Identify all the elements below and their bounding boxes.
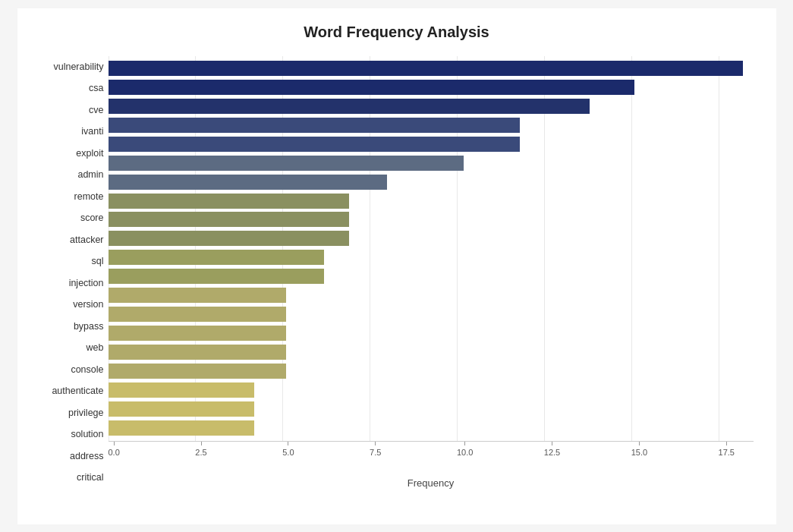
bar xyxy=(109,212,349,227)
bar xyxy=(109,420,255,436)
bar-row xyxy=(109,306,754,323)
bar xyxy=(109,288,286,303)
x-tick: 5.0 xyxy=(282,442,294,457)
bar-row xyxy=(109,249,754,266)
y-label: remote xyxy=(40,187,109,206)
bar-row xyxy=(109,401,754,417)
x-tick-label: 5.0 xyxy=(282,448,294,457)
bar-row xyxy=(109,268,754,285)
x-tick-label: 7.5 xyxy=(370,448,381,457)
y-label: score xyxy=(40,208,109,228)
chart-area: vulnerabilitycsacveivantiexploitadminrem… xyxy=(40,56,754,489)
y-label: ivanti xyxy=(40,121,109,141)
y-label: sql xyxy=(40,251,109,271)
x-tick-line xyxy=(639,442,640,445)
bar-row xyxy=(109,344,754,360)
bars-and-xaxis: 0.02.55.07.510.012.515.017.5 Frequency xyxy=(109,56,754,489)
bar xyxy=(109,269,325,284)
y-axis: vulnerabilitycsacveivantiexploitadminrem… xyxy=(40,56,109,489)
x-tick-label: 2.5 xyxy=(195,448,206,457)
bar-row xyxy=(109,117,754,134)
bar-row xyxy=(109,287,754,304)
x-tick-label: 17.5 xyxy=(719,448,735,457)
bar xyxy=(109,345,286,360)
bar-row xyxy=(109,420,754,436)
x-tick-line xyxy=(114,442,115,445)
bar xyxy=(109,137,520,152)
y-label: address xyxy=(40,446,109,466)
x-tick-line xyxy=(375,442,376,445)
bar-row xyxy=(109,60,754,77)
bar-row xyxy=(109,136,754,153)
x-tick: 17.5 xyxy=(719,442,735,457)
bar xyxy=(109,156,464,171)
bar xyxy=(109,175,388,190)
x-tick: 12.5 xyxy=(544,442,560,457)
y-label: csa xyxy=(40,78,109,98)
chart-container: Word Frequency Analysis vulnerabilitycsa… xyxy=(17,8,776,524)
bar xyxy=(109,61,743,76)
x-tick: 15.0 xyxy=(631,442,647,457)
bar-row xyxy=(109,382,754,398)
x-axis: 0.02.55.07.510.012.515.017.5 xyxy=(109,441,754,471)
bar-row xyxy=(109,174,754,190)
x-tick-line xyxy=(201,442,202,445)
bar-row xyxy=(109,193,754,209)
x-tick-label: 10.0 xyxy=(457,448,473,457)
y-label: authenticate xyxy=(40,381,109,401)
bar-row xyxy=(109,363,754,379)
bar-row xyxy=(109,155,754,172)
bar xyxy=(109,250,325,265)
y-label: web xyxy=(40,338,109,357)
bars-section xyxy=(109,56,754,441)
x-tick-line xyxy=(288,442,288,445)
bar-row xyxy=(109,98,754,115)
bar-row xyxy=(109,211,754,228)
x-tick-line xyxy=(726,442,727,445)
x-tick-label: 0.0 xyxy=(109,448,120,457)
x-tick: 2.5 xyxy=(195,442,206,457)
bar xyxy=(109,80,635,95)
y-label: attacker xyxy=(40,230,109,250)
x-tick-line xyxy=(464,442,465,445)
y-label: bypass xyxy=(40,316,109,336)
bar xyxy=(109,99,590,114)
x-tick-label: 12.5 xyxy=(544,448,560,457)
bars-wrapper xyxy=(109,56,754,441)
y-label: admin xyxy=(40,165,109,184)
bar xyxy=(109,231,349,246)
bar xyxy=(109,118,520,133)
y-label: version xyxy=(40,294,109,314)
x-tick: 10.0 xyxy=(457,442,473,457)
bar xyxy=(109,364,286,379)
x-tick-label: 15.0 xyxy=(631,448,647,457)
y-label: cve xyxy=(40,100,109,120)
bar-row xyxy=(109,230,754,247)
x-tick: 7.5 xyxy=(370,442,381,457)
x-tick-line xyxy=(552,442,552,445)
bar xyxy=(109,307,286,322)
bar xyxy=(109,382,255,398)
x-tick: 0.0 xyxy=(109,442,120,457)
y-label: critical xyxy=(40,467,109,487)
bar xyxy=(109,326,286,341)
y-label: injection xyxy=(40,273,109,293)
chart-title: Word Frequency Analysis xyxy=(40,24,754,41)
y-label: vulnerability xyxy=(40,57,109,77)
y-label: console xyxy=(40,360,109,379)
y-label: privilege xyxy=(40,403,109,423)
bar xyxy=(109,401,255,417)
bar xyxy=(109,194,349,209)
y-label: exploit xyxy=(40,143,109,163)
bar-row xyxy=(109,79,754,96)
bar-row xyxy=(109,325,754,342)
y-label: solution xyxy=(40,424,109,444)
x-axis-title: Frequency xyxy=(109,477,754,489)
